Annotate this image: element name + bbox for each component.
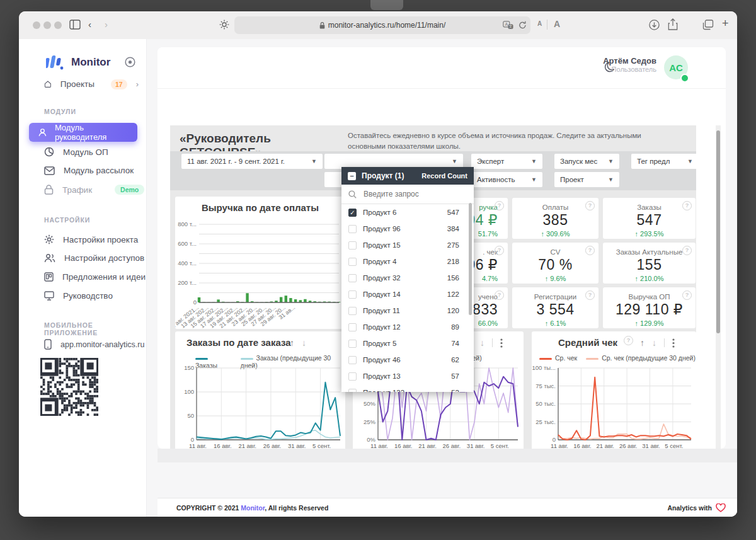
product-checkbox[interactable] [348, 307, 357, 315]
tab-overview-icon[interactable] [702, 20, 714, 30]
product-option[interactable]: Продукт 11120 [341, 302, 474, 319]
avg-check-chart: Средний чек ? ↑↓ Ср. чек Ср. чек (предыд… [532, 331, 696, 451]
product-checkbox[interactable] [348, 290, 357, 299]
new-tab-button[interactable]: + [722, 17, 729, 30]
kpi-value: 385 [512, 212, 598, 229]
sidebar-item-module-rassylok[interactable]: Модуль рассылок [44, 166, 134, 175]
background-tab-notch [370, 0, 403, 10]
sort-up-icon[interactable]: ↑ [640, 338, 644, 348]
product-option[interactable]: Продукт 96384 [341, 221, 474, 237]
product-option[interactable]: Продукт 12252 [341, 384, 474, 392]
select-all-checkbox[interactable]: – [348, 172, 356, 180]
url-bar[interactable]: monitor-analytics.ru/home/11/main/ A 文 [234, 16, 530, 34]
sidebar-item-project-settings[interactable]: Настройки проекта [44, 234, 138, 244]
filter-Проект[interactable]: Проект▼ [554, 172, 619, 187]
date-range-filter[interactable]: 11 авг. 2021 г. - 9 сент. 2021 г.▼ [181, 154, 323, 169]
filter-Тег предл[interactable]: Тег предл▼ [631, 154, 696, 169]
product-option[interactable]: Продукт 32156 [341, 270, 474, 286]
product-checkbox[interactable] [348, 258, 357, 266]
sort-up-icon[interactable]: ↑ [290, 338, 294, 348]
sidebar-item-access-settings[interactable]: Настройки доступов [44, 253, 144, 263]
kpi-delta: ↑ 9.6% [512, 275, 598, 282]
filter-Запуск мес[interactable]: Запуск мес▼ [554, 154, 619, 169]
zoom-window-button[interactable] [54, 21, 62, 29]
help-icon[interactable]: ? [682, 290, 692, 300]
sidebar-pin-icon[interactable] [125, 57, 135, 67]
help-icon[interactable]: ? [682, 201, 692, 210]
product-option[interactable]: Продукт 1357 [341, 368, 474, 384]
help-icon[interactable]: ? [495, 201, 504, 210]
decrease-text-size-button[interactable]: A [537, 20, 542, 27]
product-checkbox[interactable]: ✓ [348, 209, 357, 217]
sidebar-item-mobile-app-link[interactable]: app.monitor-analytics.ru [44, 339, 144, 350]
svg-text:25 тыс.: 25 тыс. [536, 418, 556, 425]
svg-text:100 ты...: 100 ты... [532, 364, 556, 371]
dropdown-scrollbar-thumb[interactable] [469, 203, 472, 315]
sidebar-item-guide[interactable]: Руководство [44, 291, 113, 301]
product-checkbox[interactable] [348, 372, 357, 381]
back-button[interactable]: ‹ [88, 19, 91, 30]
sidebar-item-projects[interactable]: Проекты 17 › [44, 79, 139, 89]
filter-Активность[interactable]: Активность▼ [471, 172, 542, 187]
brand-link[interactable]: Monitor [241, 504, 265, 512]
product-checkbox[interactable] [348, 389, 357, 393]
reload-icon[interactable] [518, 21, 527, 30]
help-icon[interactable]: ? [585, 290, 595, 300]
downloads-icon[interactable] [649, 20, 660, 30]
filter-Эксперт[interactable]: Эксперт▼ [471, 154, 542, 169]
search-input[interactable] [362, 189, 459, 199]
share-icon[interactable] [668, 18, 678, 31]
help-icon[interactable]: ? [585, 201, 595, 210]
help-icon[interactable]: ? [585, 246, 595, 255]
product-option[interactable]: Продукт 14122 [341, 286, 474, 302]
svg-text:A: A [505, 22, 508, 26]
report-scrollbar-thumb[interactable] [716, 130, 720, 333]
product-option[interactable]: Продукт 4218 [341, 253, 474, 270]
close-window-button[interactable] [33, 21, 40, 29]
kebab-menu-icon[interactable] [672, 338, 675, 348]
app-logo-text[interactable]: Monitor [71, 56, 110, 69]
product-checkbox[interactable] [348, 340, 357, 348]
chart-title: Выручка по дате оплаты [175, 202, 345, 213]
product-checkbox[interactable] [348, 323, 357, 331]
appearance-icon[interactable] [219, 20, 229, 30]
sidebar-item-trafik[interactable]: Трафик Demo [44, 185, 144, 195]
help-icon[interactable]: ? [624, 336, 633, 345]
product-option[interactable]: Продукт 4662 [341, 352, 474, 368]
minimize-window-button[interactable] [43, 21, 51, 29]
product-option[interactable]: Продукт 574 [341, 335, 474, 352]
svg-text:75 тыс.: 75 тыс. [536, 382, 556, 389]
sort-down-icon[interactable]: ↓ [302, 338, 306, 348]
orders-by-date-chart: Заказы по дате заказа ↑↓ Заказы Заказы (… [175, 331, 345, 451]
page-body: Monitor Проекты 17 › МОДУЛИ [19, 39, 737, 517]
sidebar-item-module-op[interactable]: Модуль ОП [44, 147, 108, 157]
screen: ‹ › monitor-analytics.ru/home/11/main/ [0, 0, 756, 540]
increase-text-size-button[interactable]: A [554, 19, 560, 29]
chevron-down-icon: ▼ [608, 176, 614, 183]
translate-icon[interactable]: A 文 [503, 21, 513, 30]
sort-down-icon[interactable]: ↓ [652, 338, 656, 348]
help-icon[interactable]: ? [495, 290, 504, 300]
sidebar-item-module-rukovoditelya[interactable]: Модуль руководителя [29, 123, 137, 142]
chartD-plot: 025 тыс.50 тыс.75 тыс.100 ты...11 авг.16… [532, 362, 696, 451]
svg-text:150: 150 [184, 364, 194, 371]
product-checkbox[interactable] [348, 241, 357, 250]
sidebar-toggle-icon[interactable] [69, 20, 81, 30]
kpi-card: ?Выручка ОП129 110 ₽↑ 129.9% [603, 287, 696, 328]
url-text: monitor-analytics.ru/home/11/main/ [328, 21, 446, 30]
product-checkbox[interactable] [348, 274, 357, 282]
dropdown-search[interactable] [341, 185, 474, 204]
forward-button[interactable]: › [105, 19, 108, 30]
product-option[interactable]: Продукт 15275 [341, 237, 474, 253]
kebab-menu-icon[interactable] [500, 338, 503, 348]
help-icon[interactable]: ? [495, 246, 504, 255]
product-option[interactable]: ✓Продукт 6547 [341, 204, 474, 221]
product-checkbox[interactable] [348, 356, 357, 364]
product-option[interactable]: Продукт 1289 [341, 319, 474, 335]
product-checkbox[interactable] [348, 225, 357, 233]
chart-title: Заказы по дате заказа [186, 337, 291, 348]
help-icon[interactable]: ? [682, 246, 692, 255]
sort-down-icon[interactable]: ↓ [480, 338, 484, 348]
svg-text:50: 50 [187, 412, 194, 419]
sidebar-item-ideas[interactable]: Предложения и идеи [44, 272, 146, 282]
